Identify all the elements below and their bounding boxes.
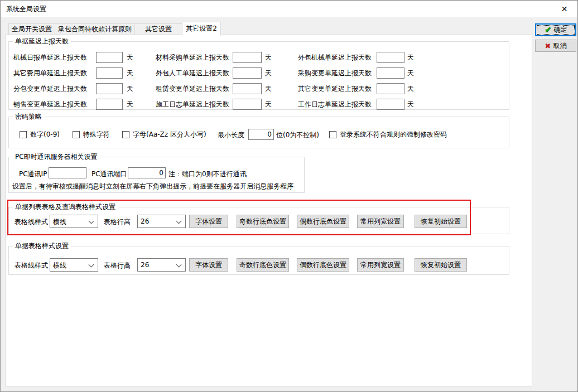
- group-doc-table-title: 单据表格样式设置: [13, 241, 71, 250]
- delay-label: 外包机械单延迟上报天数: [298, 53, 377, 62]
- tab-contract-receivable-rule[interactable]: 承包合同待收款计算原则: [55, 23, 135, 35]
- delay-row: 机械日报单延迟上报天数 天 材料采购单延迟上报天数 天 外包机械单延迟上报天数 …: [13, 52, 414, 63]
- group-pc-im-server: PC即时通讯服务器相关设置 PC通讯IP PC通讯端口 注：端口为0则不进行通讯…: [8, 157, 305, 193]
- unit-label: 天: [123, 69, 156, 78]
- chevron-down-icon: [176, 262, 182, 268]
- chevron-down-icon: [89, 262, 94, 268]
- ok-button[interactable]: ✔ 确定: [535, 23, 576, 36]
- checkbox-special-chars[interactable]: 特殊字符: [73, 129, 110, 140]
- checkbox-label: 字母(Aa-Zz 区分大小写): [133, 130, 206, 139]
- reset-defaults-button[interactable]: 恢复初始设置: [415, 215, 467, 228]
- checkbox-digits[interactable]: 数字(0-9): [20, 129, 60, 140]
- title-bar: 系统全局设置 ✕: [1, 1, 577, 17]
- pc-port-input[interactable]: [128, 167, 166, 178]
- unit-label: 天: [262, 69, 298, 78]
- checkbox-icon[interactable]: [329, 131, 336, 138]
- group-delay-title: 单据延迟上报天数: [13, 37, 71, 46]
- pc-port-label: PC通讯端口: [91, 170, 127, 179]
- chevron-down-icon: [176, 219, 182, 224]
- delay-input[interactable]: [233, 83, 262, 94]
- tab-other-settings-2[interactable]: 其它设置2: [182, 22, 221, 36]
- delay-input[interactable]: [377, 67, 404, 79]
- delay-label: 租赁变更单延迟上报天数: [156, 84, 233, 94]
- delay-label: 工作日志单延迟上报天数: [298, 100, 377, 109]
- pc-ip-label: PC通讯IP: [19, 170, 47, 179]
- column-width-button[interactable]: 常用列宽设置: [357, 258, 404, 272]
- font-settings-button[interactable]: 字体设置: [189, 215, 228, 228]
- group-delay-report-days: 单据延迟上报天数 机械日报单延迟上报天数 天 材料采购单延迟上报天数 天 外包机…: [8, 41, 509, 110]
- delay-input[interactable]: [96, 67, 123, 79]
- delay-input[interactable]: [96, 99, 123, 110]
- even-row-color-button[interactable]: 偶数行底色设置: [297, 215, 349, 228]
- unit-label: 天: [262, 84, 298, 94]
- unit-label: 天: [123, 100, 156, 109]
- delay-input[interactable]: [377, 83, 404, 94]
- delay-label: 其它变更单延迟上报天数: [298, 84, 377, 94]
- delay-input[interactable]: [233, 99, 262, 110]
- chevron-down-icon: [89, 219, 94, 224]
- delay-input[interactable]: [233, 67, 262, 79]
- delay-label: 采购变更单延迟上报天数: [298, 69, 377, 78]
- pc-description: 设置后，有待审核或提醒消息时立刻在屏幕右下角弹出提示，前提要在服务器开启消息服务…: [12, 182, 293, 191]
- column-width-button[interactable]: 常用列宽设置: [357, 215, 404, 228]
- delay-input[interactable]: [96, 52, 123, 63]
- selected-value: 横线: [53, 261, 66, 270]
- group-list-table-style: 单据列表表格及查询表格样式设置 表格线样式 横线 表格行高 26 字体设置 奇数…: [8, 207, 509, 234]
- group-doc-table-style: 单据表格样式设置 表格线样式 横线 表格行高 26 字体设置 奇数行底色设置 偶…: [8, 246, 509, 275]
- checkbox-icon[interactable]: [20, 131, 27, 138]
- font-settings-button[interactable]: 字体设置: [189, 258, 228, 272]
- selected-value: 横线: [53, 217, 66, 227]
- delay-input[interactable]: [377, 99, 404, 110]
- checkbox-label: 数字(0-9): [30, 130, 60, 139]
- delay-row: 分包变更单延迟上报天数 天 租赁变更单延迟上报天数 天 其它变更单延迟上报天数 …: [13, 83, 414, 94]
- delay-label: 分包变更单延迟上报天数: [13, 84, 96, 94]
- delay-row: 销售变更单延迟上报天数 天 施工日志单延迟上报天数 天 工作日志单延迟上报天数 …: [13, 99, 414, 110]
- window-title: 系统全局设置: [6, 1, 46, 17]
- checkbox-icon[interactable]: [73, 131, 80, 138]
- checkbox-letters[interactable]: 字母(Aa-Zz 区分大小写): [122, 129, 206, 140]
- group-password-policy: 密码策略 数字(0-9) 特殊字符 字母(Aa-Zz 区分大小写) 最小长度 位…: [8, 117, 509, 148]
- min-length-suffix: 位(0为不控制): [276, 130, 319, 140]
- delay-row: 其它费用单延迟上报天数 天 外包人工单延迟上报天数 天 采购变更单延迟上报天数 …: [13, 67, 414, 79]
- line-style-select[interactable]: 横线: [50, 215, 98, 228]
- unit-label: 天: [404, 84, 414, 94]
- odd-row-color-button[interactable]: 奇数行底色设置: [237, 215, 289, 228]
- delay-input[interactable]: [96, 83, 123, 94]
- group-password-title: 密码策略: [13, 112, 44, 121]
- x-icon: ✖: [545, 42, 551, 50]
- row-height-select[interactable]: 26: [137, 215, 186, 228]
- delay-label: 材料采购单延迟上报天数: [156, 53, 233, 62]
- unit-label: 天: [404, 53, 414, 62]
- unit-label: 天: [123, 53, 156, 62]
- even-row-color-button[interactable]: 偶数行底色设置: [297, 258, 349, 272]
- group-pc-title: PC即时通讯服务器相关设置: [13, 152, 100, 161]
- line-style-select[interactable]: 横线: [50, 258, 98, 272]
- checkbox-force-password-change[interactable]: 登录系统不符合规则的强制修改密码: [329, 129, 447, 140]
- delay-input[interactable]: [233, 52, 262, 63]
- delay-label: 外包人工单延迟上报天数: [156, 69, 233, 78]
- line-style-label: 表格线样式: [15, 261, 48, 270]
- delay-label: 销售变更单延迟上报天数: [13, 100, 96, 109]
- unit-label: 天: [262, 53, 298, 62]
- tab-other-settings[interactable]: 其它设置: [134, 23, 182, 35]
- dialog-system-global-settings: 系统全局设置 ✕ 全局开关设置 承包合同待收款计算原则 其它设置 其它设置2 单…: [0, 0, 578, 392]
- checkbox-icon[interactable]: [122, 131, 129, 138]
- odd-row-color-button[interactable]: 奇数行底色设置: [237, 258, 289, 272]
- pc-port-note: 注：端口为0则不进行通讯: [168, 170, 247, 179]
- delay-label: 其它费用单延迟上报天数: [13, 69, 96, 78]
- close-icon[interactable]: ✕: [552, 1, 577, 17]
- min-length-label: 最小长度: [218, 130, 244, 140]
- unit-label: 天: [262, 100, 298, 109]
- pc-ip-input[interactable]: [49, 167, 86, 178]
- delay-label: 施工日志单延迟上报天数: [156, 100, 233, 109]
- cancel-button[interactable]: ✖ 取消: [535, 40, 576, 52]
- check-icon: ✔: [545, 26, 552, 34]
- delay-label: 机械日报单延迟上报天数: [13, 53, 96, 62]
- delay-input[interactable]: [377, 52, 404, 63]
- line-style-label: 表格线样式: [15, 217, 48, 227]
- min-length-input[interactable]: [248, 129, 274, 140]
- row-height-select[interactable]: 26: [137, 258, 186, 272]
- tab-global-switch[interactable]: 全局开关设置: [8, 23, 55, 35]
- reset-defaults-button[interactable]: 恢复初始设置: [415, 258, 467, 272]
- unit-label: 天: [404, 69, 414, 78]
